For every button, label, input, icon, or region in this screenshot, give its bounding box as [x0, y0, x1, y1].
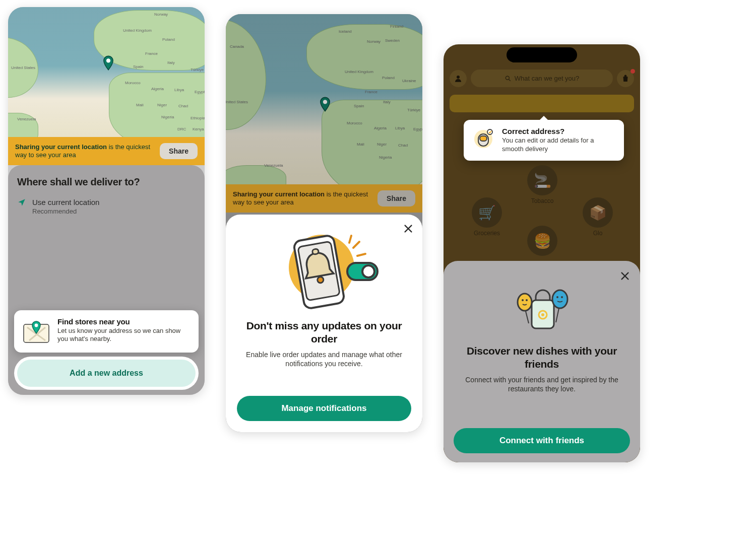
notification-bell-illustration	[269, 231, 380, 311]
svg-point-12	[362, 265, 374, 278]
svg-line-30	[556, 308, 559, 322]
use-current-location-row[interactable]: Use current location Recommended	[17, 198, 196, 215]
map-label: United Kingdom	[345, 70, 373, 74]
map-label: Venezuela	[264, 163, 283, 168]
connect-friends-button[interactable]: Connect with friends	[454, 428, 630, 453]
categories-grid: 🚬 Tobacco 🛒 Groceries 📦 Glo 🍔	[444, 165, 640, 266]
map-label: United Kingdom	[123, 28, 152, 33]
map-label: Morocco	[347, 121, 362, 125]
map-view[interactable]: Norway United Kingdom Poland France Spai…	[8, 7, 205, 138]
map-label: Canada	[230, 44, 244, 49]
search-icon	[505, 75, 512, 82]
map-label: United States	[11, 65, 35, 70]
map-label: Spain	[354, 104, 364, 108]
top-bar: What can we get you?	[450, 70, 634, 87]
svg-point-3	[323, 100, 327, 104]
category-tobacco[interactable]: 🚬 Tobacco	[517, 165, 568, 204]
current-location-title: Use current location	[32, 198, 99, 206]
add-address-button[interactable]: Add a new address	[17, 360, 196, 387]
category-groceries[interactable]: 🛒 Groceries	[462, 197, 512, 237]
svg-point-13	[457, 76, 460, 79]
map-label: Ukraine	[402, 79, 416, 83]
map-view-dimmed: Iceland Finland Norway Sweden United Kin…	[226, 14, 422, 185]
svg-point-2	[35, 324, 38, 327]
svg-rect-7	[312, 249, 319, 255]
close-button[interactable]	[401, 222, 415, 236]
map-label: Nigeria	[161, 115, 174, 119]
close-icon	[619, 270, 631, 282]
svg-point-28	[541, 313, 544, 316]
svg-line-10	[349, 236, 351, 243]
address-bar[interactable]	[450, 95, 634, 112]
map-label: Algeria	[374, 126, 387, 130]
location-share-banner: Sharing your current location is the qui…	[226, 184, 422, 213]
location-arrow-icon	[17, 198, 26, 207]
close-icon	[403, 223, 414, 234]
map-label: Algeria	[151, 87, 164, 91]
close-button[interactable]	[618, 269, 632, 283]
glo-icon: 📦	[583, 197, 613, 228]
notification-dot-icon	[631, 69, 635, 74]
manage-notifications-button[interactable]: Manage notifications	[237, 396, 411, 421]
map-label: Libya	[174, 88, 184, 92]
tobacco-icon: 🚬	[527, 165, 557, 195]
map-label: Norway	[367, 39, 381, 44]
svg-line-9	[357, 254, 365, 256]
search-input[interactable]: What can we get you?	[471, 70, 613, 87]
svg-point-14	[506, 76, 509, 80]
svg-point-21	[518, 294, 532, 311]
device-notch	[507, 47, 577, 62]
screen-delivery-address: Norway United Kingdom Poland France Spai…	[8, 7, 205, 395]
map-label: Spain	[133, 64, 143, 69]
profile-button[interactable]	[450, 70, 467, 87]
map-label: Norway	[154, 12, 168, 17]
map-label: France	[145, 51, 158, 56]
add-address-wrapper: Add a new address	[14, 357, 199, 390]
category-food[interactable]: 🍔	[517, 226, 568, 258]
share-button[interactable]: Share	[377, 190, 415, 206]
svg-point-25	[556, 296, 558, 298]
screen-notifications-prompt: Iceland Finland Norway Sweden United Kin…	[226, 14, 422, 432]
map-label: Poland	[382, 76, 395, 80]
map-label: Ethiopia	[191, 116, 205, 120]
map-label: France	[365, 90, 377, 94]
map-label: Iceland	[339, 29, 352, 34]
svg-point-22	[552, 290, 568, 308]
map-pin-icon	[103, 55, 114, 71]
map-label: Sweden	[385, 38, 400, 43]
svg-point-23	[522, 299, 524, 301]
banner-text: Sharing your current location is the qui…	[15, 143, 155, 160]
astronaut-lightbulb-illustration	[472, 127, 495, 150]
modal-subtitle: Enable live order updates and manage wha…	[237, 350, 411, 369]
map-label: Libya	[395, 126, 405, 130]
map-label: Türkiye	[407, 108, 420, 112]
svg-point-24	[526, 299, 528, 301]
map-label: Italy	[383, 100, 391, 104]
burger-icon: 🍔	[527, 226, 557, 256]
panel-heading: Where shall we deliver to?	[17, 176, 196, 188]
svg-rect-18	[480, 136, 487, 141]
location-share-banner: Sharing your current location is the qui…	[8, 137, 205, 165]
map-label: Chad	[398, 143, 408, 148]
map-label: Poland	[162, 37, 175, 42]
map-label: Venezuela	[17, 117, 36, 121]
card-body: Let us know your address so we can show …	[57, 327, 191, 343]
map-label: Mali	[136, 103, 144, 107]
find-stores-card: Find stores near you Let us know your ad…	[14, 310, 199, 353]
map-label: Chad	[178, 104, 188, 108]
map-label: Niger	[377, 142, 387, 147]
map-label: Finland	[390, 24, 403, 29]
user-icon	[454, 74, 463, 83]
map-label: DRC	[177, 127, 186, 131]
banner-text: Sharing your current location is the qui…	[233, 190, 372, 207]
map-label: Kenya	[193, 127, 204, 131]
orders-button[interactable]	[617, 70, 634, 87]
map-label: United States	[226, 100, 248, 104]
share-button[interactable]: Share	[160, 143, 198, 159]
address-tooltip: Correct address? You can edit or add det…	[464, 120, 624, 161]
map-label: Türkiye	[191, 67, 204, 72]
map-label: Morocco	[125, 81, 141, 85]
category-glo[interactable]: 📦 Glo	[573, 197, 623, 237]
map-label: Nigeria	[379, 155, 392, 160]
map-label: Niger	[157, 103, 167, 107]
